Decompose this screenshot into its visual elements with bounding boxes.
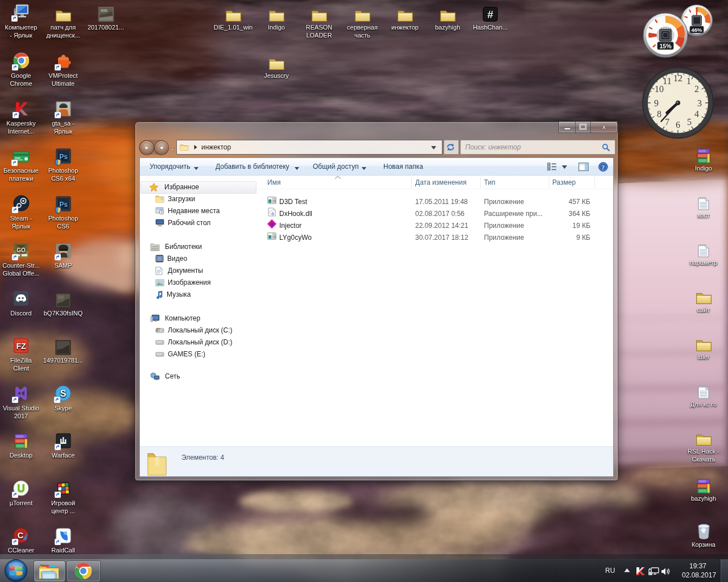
svg-text:2: 2 xyxy=(694,84,699,94)
svg-text:5: 5 xyxy=(687,117,692,127)
svg-text:9: 9 xyxy=(654,98,659,108)
svg-text:15%: 15% xyxy=(659,43,672,49)
svg-text:GO: GO xyxy=(16,247,26,253)
svg-text:FZ: FZ xyxy=(16,342,26,351)
svg-text:#: # xyxy=(487,9,494,20)
svg-text:8: 8 xyxy=(657,109,661,119)
svg-text:C: C xyxy=(18,530,24,540)
svg-text:S: S xyxy=(60,389,67,398)
svg-text:?: ? xyxy=(602,164,605,171)
svg-text:7: 7 xyxy=(665,117,669,127)
svg-text:3: 3 xyxy=(697,98,702,108)
svg-text:46%: 46% xyxy=(691,27,702,33)
svg-text:1: 1 xyxy=(686,76,691,86)
svg-text:11: 11 xyxy=(663,76,671,86)
svg-text:4: 4 xyxy=(694,109,699,119)
svg-text:6: 6 xyxy=(676,120,680,130)
svg-text:x: x xyxy=(602,122,606,131)
